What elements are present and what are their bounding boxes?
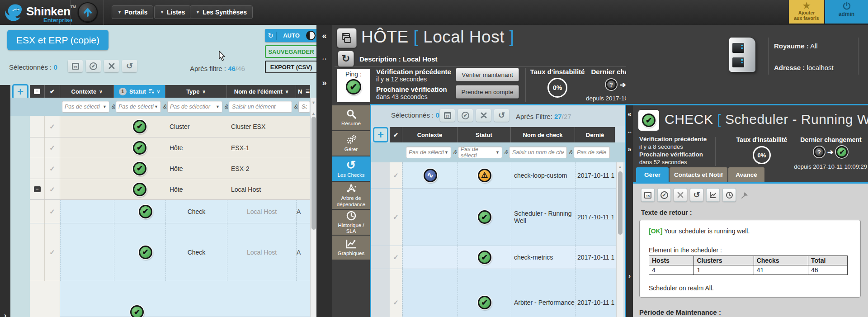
menu-les-syntheses[interactable]: ▼Les Synthèses <box>190 5 253 19</box>
check-row[interactable]: ✓ Arbiter - Performance 2017-10-11 1 <box>371 269 616 317</box>
row-check-icon[interactable]: ✓ <box>49 165 55 173</box>
export-csv-button[interactable]: EXPORT (CSV) <box>265 61 316 73</box>
expand-right-icon[interactable]: » <box>316 78 332 88</box>
scrollbar-thumb[interactable] <box>311 117 316 230</box>
collapse-row-icon[interactable]: − <box>34 186 41 192</box>
check-row[interactable]: ✓ Scheduler - Running Well 2017-10-11 1 <box>371 189 616 246</box>
row-check-icon[interactable]: ✓ <box>393 213 399 221</box>
scroll-up-icon[interactable]: ▲ <box>617 165 623 169</box>
row-check-icon[interactable]: ✓ <box>393 253 399 261</box>
select-all-header[interactable]: ✔ <box>390 127 402 142</box>
filter-contexte-select[interactable]: Pas de sélecti▼ <box>62 101 109 113</box>
scroll-down-icon[interactable]: ▼ <box>311 100 316 105</box>
sidebar-item-gerer[interactable]: Gérer <box>332 131 370 156</box>
column-statut-sorted[interactable]: 1 Statut ∨ <box>114 85 165 98</box>
recheck-button[interactable]: ↺ <box>690 188 703 202</box>
tools-button[interactable] <box>104 60 119 72</box>
sidebar-item-les-checks[interactable]: ↺ Les Checks <box>332 156 370 182</box>
scrollbar-thumb[interactable] <box>618 171 623 235</box>
table-row-child[interactable]: ✓ Check Local Host A <box>30 223 310 281</box>
filter-date-input[interactable] <box>574 147 610 158</box>
recheck-button[interactable]: ↺ <box>494 109 509 122</box>
tools-button[interactable] <box>476 109 491 122</box>
row-check-icon[interactable]: ✓ <box>393 171 399 180</box>
row-check-icon[interactable]: ✓ <box>393 298 399 307</box>
add-check-button[interactable]: + <box>373 127 388 142</box>
sidebar-item-graphiques[interactable]: Graphiques <box>332 236 370 260</box>
sidebar-item-resume[interactable]: Résumé <box>332 105 370 131</box>
table-row[interactable]: ✓ Cluster Cluster ESX <box>30 116 310 137</box>
view-title-button[interactable]: ESX et ERP (copie) <box>7 30 108 50</box>
column-statut[interactable]: Statut <box>458 127 511 142</box>
column-nom-element[interactable]: Nom de l'élément∨ <box>227 85 296 98</box>
check-row[interactable]: ✓ check-loop-custom 2017-10-11 1 <box>371 162 616 189</box>
tab-avance[interactable]: Avancé <box>728 167 764 182</box>
sidebar-item-arbre-de-dependance[interactable]: Arbre de dépendance <box>332 182 370 210</box>
menu-portails[interactable]: ▼Portails <box>112 5 153 19</box>
column-nom-check[interactable]: Nom de check <box>511 127 575 142</box>
column-contexte[interactable]: Contexte <box>402 127 458 142</box>
column-menu-icon[interactable]: ≡ <box>306 87 309 95</box>
scroll-top-button[interactable] <box>78 2 98 22</box>
tab-gerer[interactable]: Gérer <box>636 167 669 182</box>
schedule-downtime-button[interactable] <box>641 188 655 202</box>
table-row[interactable]: ✓ Hôte ESX-2 <box>30 158 310 179</box>
pin-icon[interactable] <box>741 190 750 199</box>
select-all-header[interactable]: ✔ <box>45 85 60 98</box>
filter-statut-select[interactable]: Pas de sélecti▼ <box>116 101 161 113</box>
acknowledge-button[interactable]: Prendre en compte <box>456 85 519 99</box>
check-row[interactable]: ✓ check-metrics 2017-10-11 1 <box>371 246 616 269</box>
acknowledge-button[interactable] <box>657 188 671 202</box>
host-type-button[interactable] <box>337 28 357 48</box>
filter-name-input[interactable] <box>229 101 292 113</box>
row-check-icon[interactable]: ✓ <box>49 123 55 131</box>
filter-type-select[interactable]: Pas de sélectior▼ <box>167 101 222 113</box>
row-check-icon[interactable]: ✓ <box>49 185 55 194</box>
row-check-icon[interactable]: ✓ <box>49 248 55 256</box>
table-row-child[interactable] <box>30 281 310 317</box>
recheck-button[interactable]: ↺ <box>122 60 137 72</box>
tools-button[interactable] <box>674 188 687 202</box>
add-to-favorites-button[interactable]: ★ Ajouteraux favoris <box>789 0 824 24</box>
expand-right-icon[interactable]: › <box>626 272 633 279</box>
table-row[interactable]: ✓ Hôte ESX-1 <box>30 137 310 158</box>
refresh-description-button[interactable]: ↻ <box>338 51 354 67</box>
acknowledge-button[interactable] <box>458 109 473 122</box>
table-row-child[interactable]: ✓ Check Local Host A <box>30 200 310 223</box>
collapse-all-header[interactable]: − <box>30 85 45 98</box>
check-type-button[interactable] <box>638 110 659 131</box>
menu-listes[interactable]: ▼Listes <box>154 5 191 19</box>
auto-refresh-toggle[interactable]: ↻ AUTO <box>265 29 316 42</box>
filter-extra-input[interactable] <box>298 101 310 113</box>
filter-contexte-select[interactable]: Pas de sélecti▼ <box>406 147 451 158</box>
filter-statut-select[interactable]: Pas de sélecti▼ <box>458 147 502 158</box>
add-element-button[interactable]: + <box>12 84 28 99</box>
scroll-up-icon[interactable]: ▲ <box>311 111 316 116</box>
tab-contacts-et-notif[interactable]: Contacts et Notif <box>670 167 727 182</box>
resize-handle-icon[interactable]: ↔ <box>626 128 633 135</box>
column-derniere[interactable]: Derniè <box>575 127 615 142</box>
collapse-left-icon[interactable]: « <box>626 110 633 118</box>
checks-table-scrollbar[interactable]: ▲ <box>616 162 623 317</box>
column-contexte[interactable]: Contexte∨ <box>60 85 114 98</box>
expand-right-icon[interactable]: › <box>0 311 10 317</box>
acknowledge-button[interactable] <box>86 60 101 72</box>
user-menu-button[interactable]: admin <box>825 0 868 24</box>
column-extra[interactable]: N≡ <box>296 85 310 98</box>
timeperiod-button[interactable] <box>722 188 736 202</box>
save-button[interactable]: SAUVEGARDER <box>265 45 316 58</box>
filter-check-name-input[interactable] <box>509 147 567 158</box>
left-table-scrollbar[interactable]: ▼ ▲ <box>310 98 316 317</box>
sidebar-item-historique-sla[interactable]: Historique / SLA <box>332 210 370 236</box>
column-type[interactable]: Type∨ <box>165 85 227 98</box>
resize-handle-icon[interactable]: ↔ <box>316 54 332 62</box>
row-check-icon[interactable]: ✓ <box>49 208 55 216</box>
schedule-downtime-button[interactable] <box>68 60 83 72</box>
graph-button[interactable] <box>706 188 720 202</box>
check-now-button[interactable]: Vérifier maintenant <box>456 68 519 81</box>
expand-right-icon[interactable]: » <box>626 145 633 153</box>
collapse-left-icon[interactable]: « <box>316 31 332 41</box>
row-check-icon[interactable]: ✓ <box>49 144 55 152</box>
table-row[interactable]: − ✓ Hôte Local Host <box>30 179 310 200</box>
schedule-downtime-button[interactable] <box>440 109 455 122</box>
